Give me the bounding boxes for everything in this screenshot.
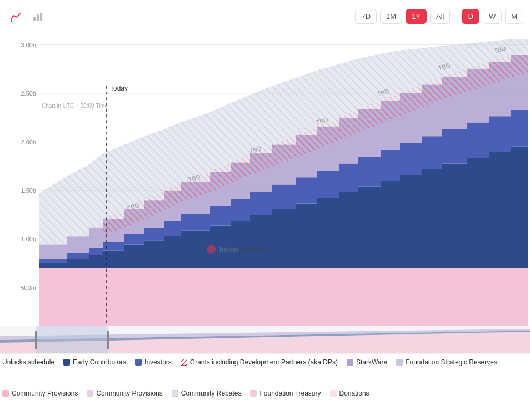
starkware-swatch: [347, 359, 353, 366]
navigator-svg: [0, 326, 530, 353]
legend-item-investors: Investors: [135, 358, 172, 366]
chart-container: 7D 1M 1Y All D W M: [0, 0, 530, 420]
legend-item-unlocks-schedule: Unlocks schedule: [2, 358, 54, 366]
foundation-treasury-swatch: [250, 390, 257, 397]
svg-rect-33: [35, 331, 37, 349]
top-toolbar: 7D 1M 1Y All D W M: [0, 0, 530, 33]
svg-point-26: [207, 245, 216, 254]
early-contributors-label: Early Contributors: [73, 358, 126, 366]
svg-text:TokenUnlocks.: TokenUnlocks.: [218, 245, 271, 254]
svg-rect-1: [33, 17, 36, 21]
freq-btn-w[interactable]: W: [483, 9, 502, 24]
legend-item-community-provisions-2: Community Provisions: [87, 389, 162, 397]
svg-text:500m: 500m: [21, 284, 36, 291]
toolbar-divider: [456, 10, 456, 23]
legend-item-community-rebates: Community Rebates: [172, 389, 242, 397]
svg-rect-2: [37, 14, 39, 21]
legend-item-foundation-treasury: Foundation Treasury: [250, 389, 321, 397]
svg-text:1.50b: 1.50b: [21, 187, 36, 194]
freq-btn-d[interactable]: D: [462, 9, 479, 24]
legend-item-community-provisions-1: Community Provisions: [2, 389, 78, 397]
freq-btn-m[interactable]: M: [505, 9, 523, 24]
legend-item-foundation-reserves: Foundation Strategic Reserves: [396, 358, 497, 366]
grants-dp-swatch: [181, 359, 187, 366]
time-btn-all[interactable]: All: [430, 9, 450, 24]
navigator: [0, 326, 530, 353]
unlocks-schedule-label: Unlocks schedule: [2, 358, 54, 366]
main-chart-svg: 0 500m 1.00b 1.50b 2.00b 2.50b 3.00b 01 …: [0, 33, 530, 353]
legend: Unlocks schedule Early Contributors Inve…: [0, 353, 530, 420]
donations-label: Donations: [339, 389, 369, 397]
foundation-reserves-swatch: [396, 359, 403, 366]
grants-dp-label: Grants including Development Partners (a…: [190, 358, 338, 366]
line-chart-icon-btn[interactable]: [7, 8, 24, 26]
today-label: Today: [110, 84, 128, 92]
chart-area: 0 500m 1.00b 1.50b 2.00b 2.50b 3.00b 01 …: [0, 33, 530, 353]
chart-utc-label: Chart in UTC + 00:00 Time: [42, 103, 108, 109]
svg-text:3.00b: 3.00b: [21, 42, 36, 48]
legend-item-donations: Donations: [330, 389, 369, 397]
early-contributors-swatch: [63, 359, 70, 366]
svg-rect-32: [36, 326, 108, 353]
legend-item-grants-dp: Grants including Development Partners (a…: [181, 358, 338, 366]
legend-item-early-contributors: Early Contributors: [63, 358, 126, 366]
community-provisions-2-swatch: [87, 390, 93, 397]
svg-text:2.50b: 2.50b: [21, 90, 36, 97]
community-provisions-1-label: Community Provisions: [12, 389, 78, 397]
toolbar-left: [7, 8, 47, 26]
svg-rect-3: [40, 13, 42, 21]
foundation-treasury-label: Foundation Treasury: [259, 389, 321, 397]
investors-label: Investors: [144, 358, 172, 366]
time-btn-7d[interactable]: 7D: [355, 9, 377, 24]
svg-text:1.00b: 1.00b: [21, 236, 36, 242]
community-rebates-swatch: [172, 390, 178, 397]
svg-text:2.00b: 2.00b: [21, 138, 36, 145]
bar-chart-icon-btn[interactable]: [29, 8, 47, 26]
foundation-reserves-label: Foundation Strategic Reserves: [406, 358, 497, 366]
investors-swatch: [135, 359, 142, 366]
time-btn-1m[interactable]: 1M: [380, 9, 402, 24]
community-rebates-label: Community Rebates: [181, 389, 242, 397]
legend-item-starkware: StarkWare: [347, 358, 387, 366]
toolbar-right: 7D 1M 1Y All D W M: [355, 9, 523, 24]
community-provisions-1-swatch: [2, 390, 9, 397]
starkware-label: StarkWare: [356, 358, 387, 366]
donations-swatch: [330, 390, 337, 397]
time-btn-1y[interactable]: 1Y: [406, 9, 427, 24]
community-provisions-2-label: Community Provisions: [96, 389, 162, 397]
svg-rect-34: [107, 331, 109, 349]
